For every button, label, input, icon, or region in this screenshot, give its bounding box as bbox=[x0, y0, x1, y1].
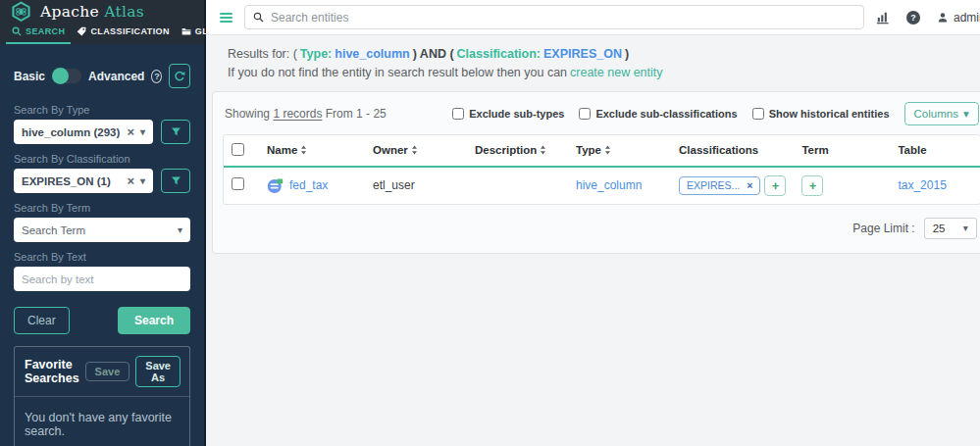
table-header-row: Name Owner Description Type Classificati… bbox=[224, 135, 980, 167]
show-historical-checkbox[interactable] bbox=[752, 108, 764, 120]
create-entity-hint: If you do not find the entity in search … bbox=[228, 66, 567, 79]
col-header-owner[interactable]: Owner bbox=[365, 135, 467, 167]
classification-select[interactable]: EXPIRES_ON (1) × ▾ bbox=[14, 169, 153, 193]
help-icon[interactable]: ? bbox=[906, 11, 920, 25]
table-ref-link[interactable]: tax_2015 bbox=[898, 178, 946, 192]
search-form: Basic Advanced ? Search By Type hive_col… bbox=[0, 44, 204, 334]
user-icon bbox=[937, 12, 949, 24]
row-checkbox[interactable] bbox=[232, 177, 244, 190]
search-button[interactable]: Search bbox=[118, 307, 190, 334]
clear-classification-icon[interactable]: × bbox=[127, 174, 140, 187]
entity-name-link[interactable]: fed_tax bbox=[289, 178, 328, 192]
sidebar: Apache Atlas SEARCH CLASSIFICATION GLOSS… bbox=[0, 0, 206, 446]
term-select-placeholder: Search Term bbox=[22, 224, 85, 236]
results-suffix: ) bbox=[625, 47, 629, 61]
classification-tag-label: EXPIRES... bbox=[687, 179, 740, 191]
atlas-logo-icon bbox=[10, 0, 32, 23]
search-icon bbox=[12, 26, 22, 36]
select-all-checkbox[interactable] bbox=[232, 143, 244, 156]
tab-classification-label: CLASSIFICATION bbox=[90, 26, 169, 36]
results-card: Showing 1 records From 1 - 25 Exclude su… bbox=[212, 91, 980, 254]
user-menu[interactable]: admin bbox=[937, 11, 980, 25]
search-by-term-label: Search By Term bbox=[14, 202, 190, 214]
add-term-button[interactable]: + bbox=[801, 175, 823, 196]
page-limit-label: Page Limit : bbox=[852, 222, 914, 235]
tag-icon bbox=[77, 26, 86, 36]
app-title: Apache Atlas bbox=[40, 3, 144, 21]
classification-tag[interactable]: EXPIRES...× bbox=[679, 176, 760, 195]
exclude-subclassifications-option[interactable]: Exclude sub-classifications bbox=[579, 108, 737, 120]
sort-icon[interactable] bbox=[300, 145, 307, 157]
content: Results for: (Type:hive_column) AND (Cla… bbox=[206, 35, 980, 446]
remove-classification-icon[interactable]: × bbox=[747, 179, 752, 191]
col-header-description[interactable]: Description bbox=[467, 135, 568, 167]
sort-icon[interactable] bbox=[411, 145, 418, 157]
col-header-name[interactable]: Name bbox=[259, 135, 365, 167]
exclude-subclassifications-checkbox[interactable] bbox=[579, 108, 591, 120]
results-and: ) AND ( bbox=[413, 47, 454, 61]
columns-button[interactable]: Columns▾ bbox=[904, 102, 979, 125]
type-select[interactable]: hive_column (293) × ▾ bbox=[14, 120, 153, 144]
col-type-label: Type bbox=[576, 144, 601, 156]
add-classification-button[interactable]: + bbox=[764, 175, 786, 196]
clear-type-icon[interactable]: × bbox=[127, 125, 140, 138]
chevron-down-icon: ▾ bbox=[140, 176, 145, 186]
col-header-type[interactable]: Type bbox=[568, 135, 671, 167]
page-limit-select[interactable]: 25 ▾ bbox=[924, 218, 977, 239]
main-area: ? admin Results for: (Type:hive_column) … bbox=[206, 0, 980, 446]
global-search-input[interactable] bbox=[271, 11, 855, 25]
sidebar-tabs: SEARCH CLASSIFICATION GLOSSARY bbox=[0, 23, 204, 44]
entity-type-icon bbox=[267, 177, 284, 194]
global-search-box[interactable] bbox=[244, 5, 864, 29]
favorite-searches-panel: Favorite Searches Save Save As You don't… bbox=[14, 346, 190, 446]
col-name-label: Name bbox=[267, 144, 297, 156]
brand-apache: Apache bbox=[40, 3, 99, 21]
col-table-label: Table bbox=[898, 144, 926, 156]
refresh-icon bbox=[174, 71, 185, 82]
type-select-value: hive_column (293) bbox=[22, 126, 120, 138]
tab-classification[interactable]: CLASSIFICATION bbox=[71, 23, 175, 44]
exclude-subtypes-checkbox[interactable] bbox=[452, 108, 464, 120]
advanced-label: Advanced bbox=[88, 70, 144, 83]
results-type-value: hive_column bbox=[335, 47, 409, 61]
save-as-button[interactable]: Save As bbox=[135, 356, 181, 387]
chevron-down-icon: ▾ bbox=[178, 225, 182, 235]
basic-advanced-toggle[interactable] bbox=[52, 69, 81, 83]
search-by-classification-label: Search By Classification bbox=[14, 153, 190, 165]
clear-button[interactable]: Clear bbox=[14, 307, 70, 334]
classification-attribute-filter-button[interactable] bbox=[161, 169, 190, 193]
col-owner-label: Owner bbox=[373, 144, 408, 156]
search-icon bbox=[253, 12, 264, 23]
search-text-input[interactable] bbox=[14, 267, 190, 291]
entity-type-link[interactable]: hive_column bbox=[576, 178, 642, 192]
chevron-down-icon: ▾ bbox=[963, 107, 969, 121]
chevron-down-icon: ▾ bbox=[963, 223, 968, 233]
username: admin bbox=[954, 11, 980, 25]
owner-cell: etl_user bbox=[373, 178, 415, 192]
term-select[interactable]: Search Term ▾ bbox=[14, 218, 190, 242]
create-new-entity-link[interactable]: create new entity bbox=[570, 66, 663, 79]
results-classification-key: Classification: bbox=[457, 47, 541, 61]
chevron-down-icon: ▾ bbox=[140, 127, 145, 137]
statistics-icon[interactable] bbox=[876, 11, 890, 25]
save-button[interactable]: Save bbox=[85, 362, 130, 381]
col-classifications-label: Classifications bbox=[679, 144, 758, 156]
results-table: Name Owner Description Type Classificati… bbox=[223, 134, 980, 205]
page-limit-value: 25 bbox=[933, 223, 946, 234]
toggle-knob bbox=[52, 68, 69, 84]
records-link[interactable]: 1 records bbox=[273, 107, 322, 121]
col-description-label: Description bbox=[475, 144, 537, 156]
sort-icon[interactable] bbox=[604, 145, 611, 157]
col-header-classifications: Classifications bbox=[671, 135, 794, 167]
search-by-text-label: Search By Text bbox=[14, 251, 190, 263]
tab-search[interactable]: SEARCH bbox=[6, 23, 71, 44]
refresh-button[interactable] bbox=[169, 64, 190, 88]
show-historical-option[interactable]: Show historical entities bbox=[752, 108, 890, 120]
help-question-icon[interactable]: ? bbox=[151, 70, 162, 83]
type-attribute-filter-button[interactable] bbox=[161, 120, 190, 144]
exclude-subtypes-option[interactable]: Exclude sub-types bbox=[452, 108, 564, 120]
favorites-empty-text: You don't have any favorite search. bbox=[15, 397, 189, 446]
menu-icon[interactable] bbox=[220, 13, 232, 23]
sort-icon[interactable] bbox=[540, 145, 546, 157]
showing-suffix: From 1 - 25 bbox=[326, 107, 387, 121]
